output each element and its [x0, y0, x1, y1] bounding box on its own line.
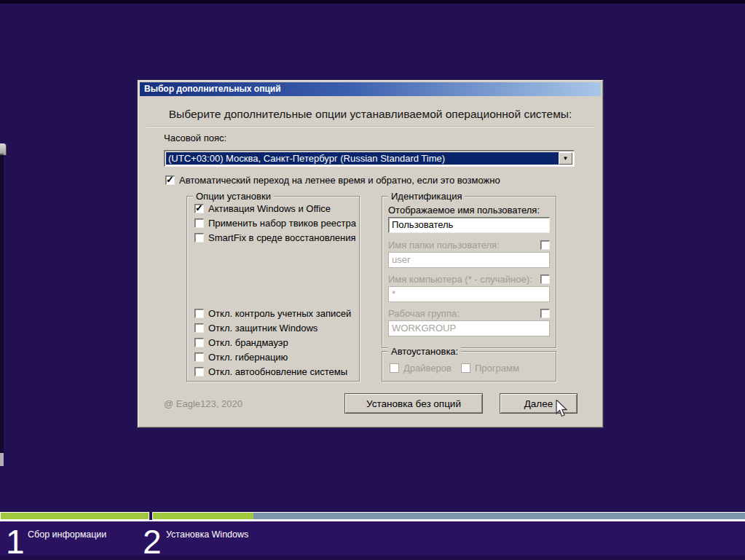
step2-label: Установка Windows: [166, 529, 248, 540]
footer-bottom-shade: [0, 556, 745, 560]
timezone-label: Часовой пояс:: [164, 133, 226, 143]
group-title: Автоустановка:: [388, 346, 461, 357]
display-name-input[interactable]: Пользователь: [388, 217, 550, 233]
offscreen-window-edge: [0, 154, 4, 454]
timezone-dropdown[interactable]: (UTC+03:00) Москва, Санкт-Петербург (Rus…: [164, 150, 575, 167]
checkbox-icon: ✓: [194, 218, 204, 228]
options-dialog: Выбор дополнительных опций Выберите допо…: [137, 79, 604, 428]
windows-setup-screen: { "dialog": { "title": "Выбор дополнител…: [0, 0, 745, 560]
checkbox-label: SmartFix в среде восстановления: [208, 232, 356, 243]
group-title: Идентификация: [388, 191, 465, 202]
checkbox-label: Программ: [475, 363, 519, 374]
checkbox-workgroup[interactable]: ✓: [540, 308, 550, 320]
checkbox-label: Откл. брандмауэр: [208, 337, 288, 348]
checkbox-label: Откл. гибернацию: [208, 352, 288, 363]
group-install-options: Опции установки ✓ Активация Windows и Of…: [186, 196, 360, 382]
group-title: Опции установки: [193, 191, 274, 202]
checkbox-icon: ✓: [194, 309, 204, 318]
progress-segment-step1: [0, 512, 149, 520]
checkbox-drivers: ✓ Драйверов: [390, 362, 452, 374]
screen-top-edge: [0, 0, 745, 4]
checkbox-label: Откл. автообновление системы: [208, 366, 347, 377]
workgroup-label: Рабочая группа:: [388, 308, 460, 319]
checkbox-disable-defender[interactable]: ✓ Откл. защитник Windows: [194, 322, 318, 334]
dialog-heading: Выберите дополнительные опции устанавлив…: [145, 108, 596, 121]
checkbox-icon: ✓: [194, 233, 204, 242]
checkbox-label: Применить набор твиков реестра: [208, 218, 356, 229]
folder-name-input: user: [388, 252, 550, 268]
checkbox-icon: ✓: [165, 176, 175, 185]
checkbox-icon: ✓: [194, 352, 204, 362]
folder-name-label-row: Имя папки пользователя: ✓: [388, 240, 550, 251]
dialog-titlebar[interactable]: Выбор дополнительных опций: [140, 82, 601, 96]
step2-number: 2: [143, 525, 162, 559]
checkbox-label: Автоматический переход на летнее время и…: [179, 175, 500, 186]
folder-name-label: Имя папки пользователя:: [388, 240, 500, 251]
setup-footer: [0, 521, 745, 560]
checkbox-activate-windows-office[interactable]: ✓ Активация Windows и Office: [194, 202, 331, 214]
checkbox-disable-updates[interactable]: ✓ Откл. автообновление системы: [194, 366, 347, 377]
display-name-label: Отображаемое имя пользователя:: [388, 205, 540, 216]
install-without-options-button[interactable]: Установка без опций: [344, 393, 483, 414]
workgroup-label-row: Рабочая группа: ✓: [388, 308, 550, 319]
checkbox-icon: ✓: [390, 363, 399, 373]
checkbox-icon: ✓: [540, 309, 550, 318]
checkbox-icon: ✓: [194, 367, 204, 376]
step1-number: 1: [6, 525, 25, 559]
next-button[interactable]: Далее: [500, 393, 578, 414]
heading-separator: [146, 126, 594, 127]
checkbox-disable-firewall[interactable]: ✓ Откл. брандмауэр: [194, 336, 288, 348]
checkbox-folder-name[interactable]: ✓: [540, 240, 550, 251]
checkbox-disable-hibernation[interactable]: ✓ Откл. гибернацию: [194, 351, 288, 363]
checkbox-icon: ✓: [540, 240, 550, 250]
dialog-title: Выбор дополнительных опций: [144, 84, 281, 94]
checkmark-icon: ✓: [166, 175, 174, 185]
chevron-down-icon: ▼: [563, 155, 569, 162]
checkbox-icon: ✓: [194, 338, 204, 347]
credit-text: @ Eagle123, 2020: [164, 398, 243, 409]
checkbox-disable-uac[interactable]: ✓ Откл. контроль учетных записей: [194, 307, 351, 319]
checkbox-icon: ✓: [194, 323, 204, 333]
checkbox-programs: ✓ Программ: [461, 362, 519, 374]
checkbox-smartfix[interactable]: ✓ SmartFix в среде восстановления: [194, 232, 356, 243]
checkbox-icon: ✓: [461, 363, 470, 373]
checkbox-icon: ✓: [194, 204, 204, 213]
timezone-selected-value: (UTC+03:00) Москва, Санкт-Петербург (Rus…: [166, 152, 559, 165]
checkmark-icon: ✓: [195, 203, 203, 213]
checkbox-computer-name[interactable]: ✓: [540, 274, 550, 285]
checkbox-label: Откл. контроль учетных записей: [208, 308, 351, 319]
checkbox-registry-tweaks[interactable]: ✓ Применить набор твиков реестра: [194, 217, 356, 229]
step1-label: Сбор информации: [28, 529, 106, 540]
checkbox-label: Активация Windows и Office: [208, 203, 331, 214]
computer-name-label-row: Имя компьютера (* - случайное): ✓: [388, 274, 550, 285]
group-autoinstall: Автоустановка: ✓ Драйверов ✓ Программ: [382, 351, 556, 382]
progress-segment-step2-fill: [153, 513, 253, 519]
group-identification: Идентификация Отображаемое имя пользоват…: [382, 196, 556, 348]
display-name-label-row: Отображаемое имя пользователя:: [388, 205, 550, 216]
computer-name-input: *: [388, 286, 550, 302]
offscreen-window-edge-bottom: [0, 453, 4, 466]
checkbox-label: Откл. защитник Windows: [208, 323, 318, 334]
dropdown-button[interactable]: ▼: [559, 152, 572, 165]
checkbox-label: Драйверов: [403, 363, 452, 374]
workgroup-input: WORKGROUP: [388, 320, 550, 336]
checkbox-icon: ✓: [540, 275, 550, 284]
progress-segment-step2: [152, 512, 745, 520]
computer-name-label: Имя компьютера (* - случайное):: [388, 274, 532, 285]
checkbox-daylight-saving[interactable]: ✓ Автоматический переход на летнее время…: [165, 174, 500, 186]
